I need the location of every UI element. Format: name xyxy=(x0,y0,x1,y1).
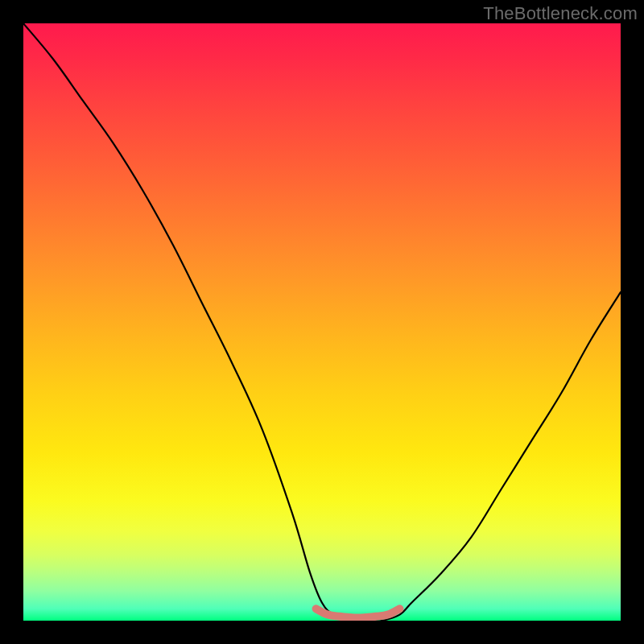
attribution-text: TheBottleneck.com xyxy=(483,3,638,24)
curve-layer xyxy=(23,23,621,621)
bottleneck-curve-path xyxy=(23,23,621,621)
plot-area xyxy=(23,23,621,621)
chart-frame: TheBottleneck.com xyxy=(0,0,644,644)
